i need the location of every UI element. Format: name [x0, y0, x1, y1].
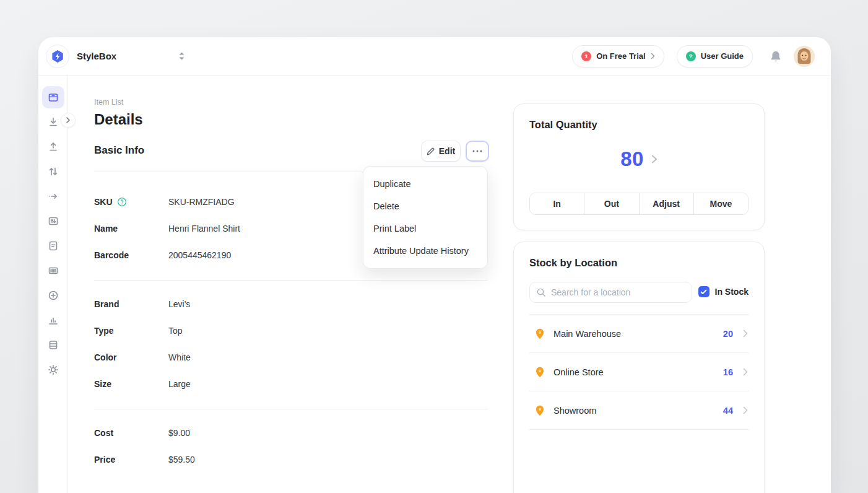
- app-body: Item List Details Basic Info Edit: [38, 76, 831, 493]
- stock-in-button[interactable]: In: [530, 193, 584, 214]
- sidebar-item-data[interactable]: [42, 334, 64, 356]
- barcode-value: 2005445462190: [168, 250, 231, 260]
- plus-circle-icon: [47, 289, 59, 302]
- sidebar-nav: [38, 76, 68, 493]
- sidebar-item-settings[interactable]: [42, 359, 64, 381]
- field-row-brand: Brand Levi's: [94, 290, 488, 317]
- field-row-color: Color White: [94, 344, 488, 370]
- user-guide-button[interactable]: ? User Guide: [677, 45, 753, 68]
- sidebar-item-add-new[interactable]: [42, 284, 64, 307]
- type-label: Type: [94, 326, 168, 336]
- sidebar-item-adjust[interactable]: [42, 210, 64, 232]
- location-name: Main Warehouse: [553, 329, 621, 339]
- menu-item-print-label[interactable]: Print Label: [363, 217, 487, 240]
- adjust-panel-icon: [47, 215, 59, 227]
- notifications-button[interactable]: [769, 50, 783, 63]
- edit-button[interactable]: Edit: [421, 141, 461, 162]
- page-title: Details: [94, 111, 143, 128]
- sidebar-item-barcode[interactable]: [42, 260, 64, 282]
- gear-icon: [47, 364, 59, 376]
- location-row-main-warehouse[interactable]: Main Warehouse 20: [529, 315, 749, 353]
- up-down-arrows-icon: [47, 165, 59, 178]
- location-search-input[interactable]: [551, 282, 692, 302]
- workspace-switcher[interactable]: [178, 51, 185, 61]
- stock-move-button[interactable]: Move: [693, 193, 748, 214]
- breadcrumb[interactable]: Item List: [94, 98, 123, 107]
- color-label: Color: [94, 352, 168, 362]
- sidebar-item-items[interactable]: [42, 86, 64, 108]
- sku-value: SKU-RMZFIADG: [168, 197, 235, 207]
- basic-info-title: Basic Info: [94, 144, 144, 157]
- chevron-right-icon: [743, 368, 748, 376]
- field-group-divider: [94, 280, 488, 281]
- total-quantity-card: Total Quantity 80 In Out Adjust Move: [513, 103, 765, 230]
- free-trial-button[interactable]: 1 On Free Trial: [572, 45, 664, 68]
- cost-label: Cost: [94, 428, 168, 438]
- in-stock-checkbox[interactable]: [698, 286, 710, 297]
- field-label: SKU: [94, 197, 168, 207]
- menu-item-duplicate[interactable]: Duplicate: [363, 173, 487, 195]
- dotted-arrow-right-icon: [47, 190, 59, 203]
- size-label: Size: [94, 379, 168, 389]
- pencil-icon: [427, 147, 435, 155]
- check-icon: [700, 289, 707, 295]
- search-icon: [536, 287, 546, 297]
- edit-button-label: Edit: [439, 146, 455, 156]
- location-row-online-store[interactable]: Online Store 16: [529, 353, 749, 391]
- help-circle-icon[interactable]: [117, 197, 127, 207]
- total-quantity-title: Total Quantity: [529, 119, 597, 131]
- sidebar-expand-button[interactable]: [61, 113, 76, 128]
- in-stock-filter[interactable]: In Stock: [698, 286, 749, 297]
- location-search: [529, 282, 692, 303]
- sidebar-item-move[interactable]: [42, 185, 64, 207]
- download-arrow-icon: [47, 116, 59, 128]
- quantity-actions: In Out Adjust Move: [529, 193, 749, 215]
- chevron-right-icon: [743, 329, 748, 338]
- trial-badge: 1: [581, 51, 591, 61]
- stock-adjust-button[interactable]: Adjust: [639, 193, 693, 214]
- desktop-background: StyleBox 1 On Free Trial ? User Guid: [0, 0, 868, 493]
- guide-label: User Guide: [701, 51, 744, 61]
- location-qty: 44: [723, 406, 733, 416]
- name-label: Name: [94, 224, 168, 233]
- cost-value: $9.00: [168, 428, 190, 438]
- location-list: Main Warehouse 20 Online Store: [529, 314, 749, 430]
- document-icon: [47, 240, 59, 252]
- location-row-showroom[interactable]: Showroom 44: [529, 391, 749, 430]
- map-pin-icon: [534, 366, 546, 378]
- database-rows-icon: [47, 339, 59, 351]
- field-row-size: Size Large: [94, 370, 488, 397]
- sidebar-item-documents[interactable]: [42, 235, 64, 257]
- sidebar-item-stock-out[interactable]: [42, 136, 64, 158]
- more-actions-button[interactable]: [466, 141, 489, 162]
- total-quantity-link[interactable]: 80: [514, 147, 764, 171]
- guide-badge: ?: [686, 51, 696, 61]
- header-actions: 1 On Free Trial ? User Guide: [572, 45, 815, 68]
- stock-out-button[interactable]: Out: [584, 193, 638, 214]
- chevron-right-icon: [651, 53, 655, 59]
- sku-label: SKU: [94, 197, 113, 207]
- app-name: StyleBox: [77, 51, 116, 61]
- sort-arrows-icon: [178, 51, 185, 61]
- avatar-image: [794, 46, 815, 67]
- upload-arrow-icon: [47, 141, 59, 153]
- map-pin-icon: [534, 404, 546, 417]
- main-content: Item List Details Basic Info Edit: [68, 76, 831, 493]
- bar-chart-icon: [47, 314, 59, 326]
- menu-item-attribute-update-history[interactable]: Attribute Update History: [363, 240, 487, 262]
- stock-by-location-card: Stock by Location: [513, 242, 765, 493]
- field-row-type: Type Top: [94, 317, 488, 344]
- user-avatar[interactable]: [794, 46, 815, 67]
- color-value: White: [168, 352, 191, 362]
- field-row-price: Price $59.50: [94, 446, 488, 473]
- sidebar-item-reports[interactable]: [42, 309, 64, 331]
- stock-by-location-title: Stock by Location: [529, 257, 617, 269]
- bell-icon: [769, 50, 783, 63]
- menu-item-delete[interactable]: Delete: [363, 195, 487, 217]
- total-quantity-value: 80: [620, 147, 644, 171]
- sidebar-item-transfer[interactable]: [42, 160, 64, 183]
- app-logo: [46, 45, 69, 68]
- name-value: Henri Flannel Shirt: [168, 224, 240, 233]
- location-name: Showroom: [553, 406, 596, 416]
- top-bar: StyleBox 1 On Free Trial ? User Guid: [38, 37, 831, 76]
